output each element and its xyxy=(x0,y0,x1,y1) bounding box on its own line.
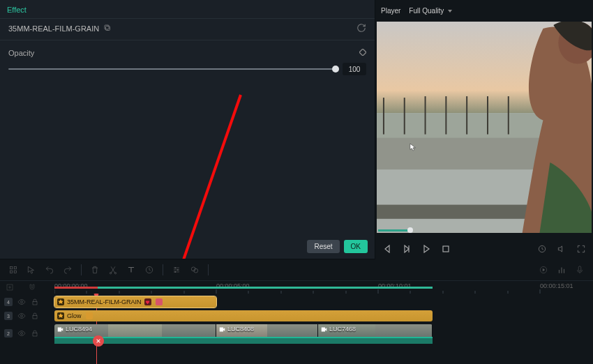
eye-icon[interactable] xyxy=(17,312,26,320)
eye-icon[interactable] xyxy=(17,329,26,338)
track-video-2: 2 LUC8494 LUC8408 xyxy=(0,323,593,344)
reset-button[interactable]: Reset xyxy=(307,240,339,253)
track-fx-3: 3 Glow xyxy=(0,309,593,323)
player-panel: Player Full Quality xyxy=(375,0,593,259)
selection-tool-icon[interactable] xyxy=(25,264,38,276)
playback-progress-handle[interactable] xyxy=(407,227,413,233)
opacity-value[interactable]: 100 xyxy=(343,63,366,75)
color-icon[interactable] xyxy=(188,264,201,276)
opacity-slider-handle[interactable] xyxy=(332,66,339,73)
svg-point-50 xyxy=(21,301,23,303)
loop-button[interactable] xyxy=(537,244,547,254)
video-icon xyxy=(57,326,63,333)
svg-rect-51 xyxy=(33,302,37,305)
marker-icon[interactable] xyxy=(93,335,104,347)
keyframe-icon[interactable] xyxy=(359,49,366,57)
record-icon[interactable] xyxy=(573,264,586,276)
svg-rect-53 xyxy=(33,316,37,319)
chevron-down-icon xyxy=(448,10,452,13)
track-fx-4: 4 35MM-REAL-FILM-GRAIN xyxy=(0,295,593,309)
mute-button[interactable] xyxy=(557,244,566,254)
add-track-icon[interactable] xyxy=(6,283,15,293)
opacity-slider[interactable] xyxy=(8,68,336,70)
quality-label: Full Quality xyxy=(409,7,444,15)
playback-progress[interactable] xyxy=(378,229,410,232)
mask-icon xyxy=(86,312,93,319)
effect-icon xyxy=(57,298,64,305)
timeline-ruler[interactable]: 00:00:00:00 00:00:05:00 00:00:10:01 00:0… xyxy=(54,281,593,295)
audio-waveform[interactable] xyxy=(54,337,433,344)
video-icon xyxy=(219,326,225,333)
effect-clip-label: Glow xyxy=(67,312,82,319)
preview-viewport[interactable] xyxy=(377,22,592,233)
text-tool-icon[interactable] xyxy=(125,264,137,276)
svg-point-26 xyxy=(174,267,176,268)
track-layer-badge: 3 xyxy=(4,312,13,320)
delete-icon[interactable] xyxy=(89,264,101,276)
ok-button[interactable]: OK xyxy=(344,240,368,253)
undo-icon[interactable] xyxy=(43,264,56,276)
lock-icon[interactable] xyxy=(31,329,39,338)
effect-panel: Effect 35MM-REAL-FILM-GRAIN Opacity xyxy=(0,0,375,259)
effect-name: 35MM-REAL-FILM-GRAIN xyxy=(8,24,99,33)
svg-rect-20 xyxy=(14,266,17,269)
refresh-icon[interactable] xyxy=(356,23,366,34)
render-icon[interactable] xyxy=(537,264,550,276)
timeline-panel: 00:00:00:00 00:00:05:00 00:00:10:01 00:0… xyxy=(0,259,593,364)
lock-icon[interactable] xyxy=(31,298,39,306)
svg-point-28 xyxy=(174,271,176,273)
effect-clip-glow[interactable]: Glow xyxy=(54,310,433,321)
effect-clip-film-grain[interactable]: 35MM-REAL-FILM-GRAIN xyxy=(54,296,216,308)
stop-button[interactable] xyxy=(441,244,451,254)
svg-rect-17 xyxy=(443,246,449,252)
split-icon[interactable] xyxy=(107,264,119,276)
fullscreen-button[interactable] xyxy=(576,244,586,254)
speed-icon[interactable] xyxy=(143,264,156,276)
effect-clip-label: 35MM-REAL-FILM-GRAIN xyxy=(67,298,142,305)
player-label: Player xyxy=(381,7,400,15)
edit-tool-icon[interactable] xyxy=(7,264,20,276)
prev-frame-button[interactable] xyxy=(382,244,392,254)
video-clip-label: LUC7468 xyxy=(329,326,356,333)
video-icon xyxy=(321,326,327,333)
svg-rect-58 xyxy=(322,327,325,331)
cursor-icon xyxy=(410,143,416,151)
eye-icon[interactable] xyxy=(17,298,26,306)
lock-icon[interactable] xyxy=(31,312,39,320)
svg-point-52 xyxy=(21,315,23,317)
effect-tab[interactable]: Effect xyxy=(7,6,27,14)
opacity-label: Opacity xyxy=(8,49,34,57)
track-layer-badge: 2 xyxy=(4,329,13,338)
timecode: 00:00:15:01 xyxy=(540,282,573,289)
next-frame-button[interactable] xyxy=(402,244,412,254)
magnet-icon[interactable] xyxy=(28,283,38,293)
mask-icon xyxy=(156,298,163,305)
svg-rect-56 xyxy=(58,327,61,331)
svg-rect-57 xyxy=(220,327,223,331)
video-clip-label: LUC8408 xyxy=(227,326,254,333)
quality-dropdown[interactable]: Full Quality xyxy=(409,7,452,15)
copy-icon[interactable] xyxy=(103,24,112,33)
track-layer-badge: 4 xyxy=(4,298,13,306)
svg-rect-55 xyxy=(33,333,37,337)
gem-icon xyxy=(144,298,151,305)
svg-point-27 xyxy=(177,269,179,271)
video-clip-label: LUC8494 xyxy=(66,326,92,333)
svg-rect-0 xyxy=(106,26,110,31)
svg-line-2 xyxy=(174,95,241,259)
adjust-icon[interactable] xyxy=(170,264,183,276)
mixer-icon[interactable] xyxy=(555,264,568,276)
svg-rect-32 xyxy=(578,266,581,271)
svg-rect-21 xyxy=(10,271,13,273)
svg-rect-1 xyxy=(105,25,109,29)
svg-rect-19 xyxy=(10,266,13,269)
svg-point-54 xyxy=(21,333,23,335)
effect-icon xyxy=(57,312,64,319)
timeline-toolbar xyxy=(0,259,593,281)
play-button[interactable] xyxy=(421,244,431,254)
svg-rect-22 xyxy=(14,271,17,273)
redo-icon[interactable] xyxy=(61,264,74,276)
